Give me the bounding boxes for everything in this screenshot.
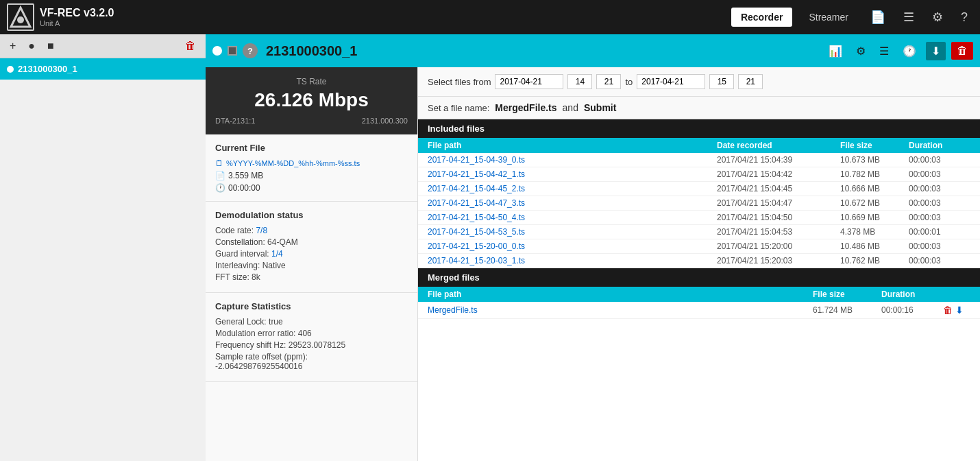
file-size-value: 3.559 MB bbox=[228, 171, 263, 180]
channel-tab-bar: ? 2131000300_1 📊 ⚙ ☰ 🕐 ⬇ 🗑 bbox=[206, 34, 980, 67]
tab-title: 2131000300_1 bbox=[266, 43, 357, 59]
channel-item-label: 2131000300_1 bbox=[18, 64, 77, 74]
table-row: 2017-04-21_15-04-39_0.ts 2017/04/21 15:0… bbox=[418, 153, 980, 167]
table-row: 2017-04-21_15-20-03_1.ts 2017/04/21 15:2… bbox=[418, 254, 980, 268]
row-size: 4.378 MB bbox=[840, 227, 909, 237]
demod-code-rate: Code rate: 7/8 bbox=[215, 226, 408, 235]
current-file-filename: %YYYY-%MM-%DD_%hh-%mm-%ss.ts bbox=[226, 159, 360, 167]
modulation-error: Modulation error ratio: 406 bbox=[215, 329, 408, 338]
tab-question-mark: ? bbox=[243, 43, 258, 58]
download-merged-btn[interactable]: ⬇ bbox=[955, 305, 964, 316]
channel-status-dot bbox=[7, 66, 14, 73]
logo-text: VF-REC v3.2.0 Unit A bbox=[40, 7, 114, 27]
row-duration: 00:00:03 bbox=[909, 184, 970, 193]
merged-col-duration: Duration bbox=[881, 289, 943, 299]
help-icon-btn[interactable]: ? bbox=[955, 8, 973, 27]
row-duration: 00:00:03 bbox=[909, 241, 970, 251]
logo-icon bbox=[7, 3, 34, 31]
row-date: 2017/04/21 15:04:45 bbox=[717, 184, 840, 193]
row-filepath[interactable]: 2017-04-21_15-20-03_1.ts bbox=[428, 256, 717, 265]
content-area: ? 2131000300_1 📊 ⚙ ☰ 🕐 ⬇ 🗑 TS Rate 26.12… bbox=[206, 34, 980, 461]
table-row: 2017-04-21_15-20-00_0.ts 2017/04/21 15:2… bbox=[418, 239, 980, 254]
row-date: 2017/04/21 15:20:00 bbox=[717, 241, 840, 251]
demod-interleaving: Interleaving: Native bbox=[215, 261, 408, 270]
streamer-nav-btn[interactable]: Streamer bbox=[799, 8, 858, 27]
stop-btn[interactable]: ■ bbox=[45, 38, 57, 54]
ts-rate-label: TS Rate bbox=[215, 77, 408, 86]
to-min-input[interactable] bbox=[738, 74, 763, 89]
demodulation-section: Demodulation status Code rate: 7/8 Const… bbox=[206, 202, 417, 293]
to-hour-input[interactable] bbox=[709, 74, 734, 89]
and-label: and bbox=[563, 102, 578, 113]
submit-btn[interactable]: Submit bbox=[584, 102, 616, 113]
delete-merged-btn[interactable]: 🗑 bbox=[943, 305, 953, 316]
tab-list-btn[interactable]: ☰ bbox=[875, 42, 893, 60]
merged-row-duration: 00:00:16 bbox=[881, 305, 943, 315]
row-duration: 00:00:03 bbox=[909, 198, 970, 208]
current-file-section: Current File 🗒 %YYYY-%MM-%DD_%hh-%mm-%ss… bbox=[206, 134, 417, 202]
row-size: 10.782 MB bbox=[840, 169, 909, 179]
from-date-input[interactable] bbox=[495, 74, 563, 89]
to-date-input[interactable] bbox=[637, 74, 705, 89]
add-channel-btn[interactable]: + bbox=[7, 38, 19, 54]
sample-rate: Sample rate offset (ppm): -2.06429876925… bbox=[215, 352, 408, 371]
from-hour-input[interactable] bbox=[567, 74, 592, 89]
sample-rate-val: -2.06429876925540016 bbox=[215, 362, 302, 371]
general-lock: General Lock: true bbox=[215, 317, 408, 327]
ts-rate-value: 26.126 Mbps bbox=[215, 89, 408, 111]
row-filepath[interactable]: 2017-04-21_15-04-53_5.ts bbox=[428, 227, 717, 237]
document-icon-btn[interactable]: 📄 bbox=[865, 7, 891, 27]
row-date: 2017/04/21 15:04:53 bbox=[717, 227, 840, 237]
settings-icon-btn[interactable]: ⚙ bbox=[927, 7, 948, 27]
row-filepath[interactable]: 2017-04-21_15-04-42_1.ts bbox=[428, 169, 717, 179]
record-btn[interactable]: ● bbox=[25, 38, 38, 54]
demod-fft: FFT size: 8k bbox=[215, 272, 408, 282]
chart-icon-btn[interactable]: 📊 bbox=[824, 42, 846, 60]
code-rate-link[interactable]: 7/8 bbox=[256, 226, 267, 235]
logo-area: VF-REC v3.2.0 Unit A bbox=[7, 3, 114, 31]
demod-guard: Guard interval: 1/4 bbox=[215, 249, 408, 259]
row-date: 2017/04/21 15:20:03 bbox=[717, 256, 840, 265]
app-subtitle: Unit A bbox=[40, 19, 114, 27]
row-filepath[interactable]: 2017-04-21_15-20-00_0.ts bbox=[428, 241, 717, 251]
merged-col-filesize: File size bbox=[813, 289, 881, 299]
list-icon-btn[interactable]: ☰ bbox=[898, 7, 920, 27]
file-name-value: MergedFile.ts bbox=[495, 102, 556, 113]
right-panel: Select files from to Set a file name: Me… bbox=[418, 67, 980, 461]
row-filepath[interactable]: 2017-04-21_15-04-50_4.ts bbox=[428, 213, 717, 222]
channel-item[interactable]: 2131000300_1 bbox=[0, 58, 206, 80]
row-date: 2017/04/21 15:04:39 bbox=[717, 155, 840, 165]
delete-channel-btn[interactable]: 🗑 bbox=[182, 38, 199, 54]
row-filepath[interactable]: 2017-04-21_15-04-45_2.ts bbox=[428, 184, 717, 193]
frequency-shift: Frequency shift Hz: 29523.0078125 bbox=[215, 340, 408, 350]
merged-row-filepath[interactable]: MergedFile.ts bbox=[428, 305, 813, 315]
merged-row-size: 61.724 MB bbox=[813, 305, 881, 315]
row-date: 2017/04/21 15:04:50 bbox=[717, 213, 840, 222]
row-filepath[interactable]: 2017-04-21_15-04-39_0.ts bbox=[428, 155, 717, 165]
app-title: VF-REC v3.2.0 bbox=[40, 7, 114, 19]
tab-settings-btn[interactable]: ⚙ bbox=[852, 42, 870, 60]
merged-files-header: Merged files bbox=[418, 268, 980, 287]
row-size: 10.666 MB bbox=[840, 184, 909, 193]
guard-interval-link[interactable]: 1/4 bbox=[271, 249, 283, 259]
from-min-input[interactable] bbox=[596, 74, 621, 89]
tab-download-btn[interactable]: ⬇ bbox=[926, 42, 946, 60]
tab-delete-btn[interactable]: 🗑 bbox=[951, 42, 973, 60]
tab-status-dot bbox=[212, 46, 222, 56]
row-filepath[interactable]: 2017-04-21_15-04-47_3.ts bbox=[428, 198, 717, 208]
col-date-recorded: Date recorded bbox=[717, 141, 840, 150]
merged-files-table: MergedFile.ts 61.724 MB 00:00:16 🗑 ⬇ bbox=[418, 302, 980, 319]
file-size-icon: 📄 bbox=[215, 171, 225, 180]
sidebar-toolbar: + ● ■ 🗑 bbox=[0, 34, 206, 58]
file-name-label: Set a file name: bbox=[428, 103, 489, 113]
ts-rate-sub: DTA-2131:1 2131.000.300 bbox=[215, 117, 408, 125]
recorder-nav-btn[interactable]: Recorder bbox=[731, 8, 792, 27]
row-size: 10.762 MB bbox=[840, 256, 909, 265]
tab-clock-btn[interactable]: 🕐 bbox=[898, 42, 920, 60]
clock-icon: 🕐 bbox=[215, 183, 225, 193]
split-content: TS Rate 26.126 Mbps DTA-2131:1 2131.000.… bbox=[206, 67, 980, 461]
row-size: 10.673 MB bbox=[840, 155, 909, 165]
sidebar: + ● ■ 🗑 2131000300_1 bbox=[0, 34, 206, 461]
table-row: 2017-04-21_15-04-42_1.ts 2017/04/21 15:0… bbox=[418, 167, 980, 182]
included-files-header: Included files bbox=[418, 119, 980, 138]
